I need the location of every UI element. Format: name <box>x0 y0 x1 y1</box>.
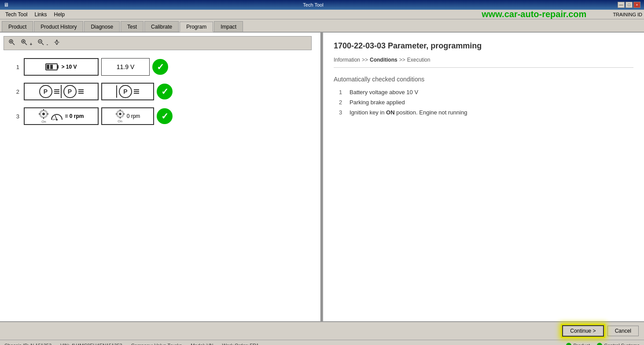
right-panel: 1700-22-03-03 Parameter, programming Inf… <box>323 33 644 321</box>
list-item-2: 2 Parking brake applied <box>339 99 628 106</box>
zoom-out-button[interactable]: - <box>36 38 50 48</box>
bottom-bar: Continue > Cancel <box>0 321 644 340</box>
menu-tech-tool[interactable]: Tech Tool <box>2 11 31 18</box>
p-stripes-1 <box>54 89 59 94</box>
cancel-button[interactable]: Cancel <box>607 326 639 336</box>
condition-icon-2: P P <box>24 83 99 100</box>
breadcrumb-execution[interactable]: Execution <box>407 57 431 63</box>
main-content: + - 1 <box>0 33 644 321</box>
svg-rect-19 <box>47 114 48 114</box>
condition-num-1: 1 <box>12 64 19 70</box>
list-item-3: 3 Ignition key in ON position. Engine no… <box>339 109 628 116</box>
svg-line-9 <box>42 43 44 45</box>
left-panel: + - 1 <box>0 33 321 321</box>
list-text-2: Parking brake applied <box>350 99 405 106</box>
list-num-3: 3 <box>339 109 345 116</box>
condition-row-3: 3 On <box>12 107 308 125</box>
list-text-1: Battery voltage above 10 V <box>350 89 418 95</box>
svg-rect-12 <box>57 65 59 69</box>
breadcrumb-information[interactable]: Information <box>334 57 360 63</box>
condition-num-2: 2 <box>12 88 19 95</box>
central-systems-status-dot <box>597 343 602 345</box>
battery-icon: > 10 V <box>45 63 77 71</box>
on-label-left: On <box>41 120 46 124</box>
minimize-button[interactable]: — <box>618 2 625 8</box>
p-circle-1: P <box>39 85 52 98</box>
conditions-list: 1 Battery voltage above 10 V 2 Parking b… <box>334 89 633 116</box>
p-brake-icon-val: P <box>116 85 139 98</box>
check-icon-2: ✓ <box>157 84 173 99</box>
svg-rect-24 <box>120 110 121 111</box>
condition-value-1: 11.9 V <box>101 58 150 76</box>
menu-links[interactable]: Links <box>31 11 50 18</box>
svg-rect-27 <box>123 114 125 114</box>
breadcrumb-conditions[interactable]: Conditions <box>370 57 397 63</box>
svg-rect-16 <box>43 109 44 110</box>
status-company: Company: Volvo Trucks <box>131 343 182 345</box>
zoom-in-button[interactable]: + <box>19 38 34 48</box>
watermark: www.car-auto-repair.com <box>482 9 586 19</box>
pan-button[interactable] <box>52 38 62 48</box>
check-icon-1: ✓ <box>152 59 168 75</box>
battery-voltage-label: > 10 V <box>61 64 77 70</box>
title-bar: 🖥 Tech Tool — □ × <box>0 0 644 10</box>
rpm-label-left: = 0 rpm <box>65 113 84 119</box>
title-bar-icon: 🖥 <box>4 2 9 8</box>
condition-icon-2b: P <box>101 83 154 100</box>
status-bar: Chassis ID: N 151353 VIN: 4V4MC9EH4EN151… <box>0 340 644 345</box>
close-button[interactable]: × <box>633 2 640 8</box>
condition-icon-3b: On 0 rpm <box>101 107 154 125</box>
p-stripes-3 <box>134 89 139 94</box>
tab-program[interactable]: Program <box>180 22 213 32</box>
rpm-value-label: 0 rpm <box>127 113 140 119</box>
tab-calibrate[interactable]: Calibrate <box>144 21 179 32</box>
breadcrumb: Information >> Conditions >> Execution <box>334 57 633 68</box>
condition-row-1: 1 > 10 V 11.9 V ✓ <box>12 58 308 76</box>
menu-help[interactable]: Help <box>51 11 69 18</box>
condition-icon-1: > 10 V <box>24 58 99 76</box>
tab-impact[interactable]: Impact <box>214 21 243 32</box>
svg-point-15 <box>42 113 45 115</box>
panel-title: 1700-22-03-03 Parameter, programming <box>334 41 633 51</box>
nav-tabs: Product Product History Diagnose Test Ca… <box>0 19 644 33</box>
p-circle-3: P <box>119 85 132 98</box>
svg-rect-13 <box>47 65 49 69</box>
svg-rect-14 <box>50 65 53 69</box>
status-work-order: Work Order: FR1 <box>222 343 259 345</box>
svg-rect-26 <box>116 114 117 114</box>
status-product: Product <box>566 343 590 345</box>
tab-test[interactable]: Test <box>121 21 144 32</box>
svg-rect-17 <box>43 117 44 119</box>
breadcrumb-sep-1: >> <box>362 57 368 63</box>
status-vin: VIN: 4V4MC9EH4EN151353 <box>60 343 122 345</box>
svg-rect-25 <box>120 117 121 118</box>
central-systems-status-label: Central Systems <box>604 343 640 345</box>
p-brake-icon-right: P <box>61 85 84 98</box>
list-item-1: 1 Battery voltage above 10 V <box>339 89 628 95</box>
list-text-3: Ignition key in ON position. Engine not … <box>350 109 467 116</box>
maximize-button[interactable]: □ <box>626 2 633 8</box>
status-chassis-id: Chassis ID: N 151353 <box>4 343 52 345</box>
toolbar: + - <box>4 36 312 50</box>
status-model: Model: VN <box>191 343 213 345</box>
on-label-right: On <box>118 119 122 123</box>
tab-product-history[interactable]: Product History <box>34 21 83 32</box>
svg-point-23 <box>119 113 121 115</box>
status-right: Product Central Systems <box>566 343 640 345</box>
breadcrumb-sep-2: >> <box>399 57 405 63</box>
p-stripes-2 <box>78 89 84 94</box>
gear-icon-left: On <box>38 109 49 124</box>
title-bar-title: Tech Tool <box>9 2 618 7</box>
title-bar-controls: — □ × <box>618 2 640 8</box>
section-title: Automatically checked conditions <box>334 76 633 83</box>
menu-bar: Tech Tool Links Help www.car-auto-repair… <box>0 10 644 19</box>
check-icon-3: ✓ <box>157 108 173 124</box>
svg-point-21 <box>56 119 58 121</box>
tab-diagnose[interactable]: Diagnose <box>84 21 120 32</box>
continue-button[interactable]: Continue > <box>562 325 604 337</box>
condition-num-3: 3 <box>12 113 19 120</box>
list-num-2: 2 <box>339 99 345 106</box>
tab-product[interactable]: Product <box>2 21 33 32</box>
zoom-fit-button[interactable] <box>7 38 17 48</box>
rpm-gauge-icon: rpm <box>51 112 63 121</box>
